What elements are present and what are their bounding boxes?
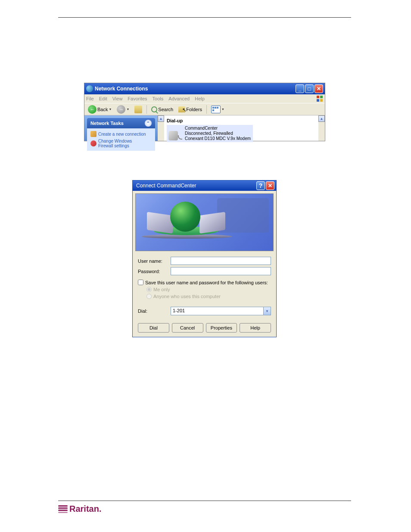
connection-device: Conexant D110 MDC V.9x Modem [185,136,251,141]
modem-icon [168,127,182,140]
task-pane-title: Network Tasks [90,121,124,126]
menu-edit[interactable]: Edit [99,96,107,101]
back-button[interactable]: ←Back▼ [86,105,113,114]
connect-dialog: Connect CommandCenter ? ✕ User name: Pas… [132,180,277,337]
windows-flag-icon [316,95,323,102]
raritan-logo: Raritan. [58,504,101,514]
scroll-up-button[interactable]: ▲ [158,115,164,122]
search-button[interactable]: Search [149,105,175,114]
menu-help[interactable]: Help [195,96,205,101]
dialog-title: Connect CommandCenter [134,183,255,189]
content-pane: Dial-up CommandCenter Disconnected, Fire… [164,115,318,141]
task-item-label: Firewall settings [98,143,132,148]
dial-label: Dial: [138,308,171,314]
connection-name: CommandCenter [185,126,251,131]
menu-view[interactable]: View [112,96,123,101]
separator [146,105,147,114]
menu-file[interactable]: File [86,96,94,101]
sidebar-scrollbar[interactable]: ▲ [158,115,164,141]
thumbnails-icon [211,106,221,113]
username-label: User name: [138,258,171,264]
task-pane-body: Create a new connection Change WindowsFi… [87,128,155,151]
window-body: Network Tasks⌃ Create a new connection C… [84,115,325,141]
search-label: Search [158,107,173,112]
search-icon [151,106,157,112]
dialog-titlebar: Connect CommandCenter ? ✕ [133,180,276,191]
folders-icon [178,106,185,112]
close-button[interactable]: ✕ [314,84,323,93]
raritan-logo-icon [58,505,68,513]
connection-status: Disconnected, Firewalled [185,131,251,136]
save-credentials-label: Save this user name and password for the… [145,280,268,285]
chevron-up-icon: ⌃ [145,120,152,127]
network-connections-window: Network Connections _ □ ✕ File Edit View… [84,83,325,141]
svg-rect-3 [320,99,323,102]
toolbar: ←Back▼ →▼ Search Folders ▼ [84,103,325,115]
up-button[interactable] [133,105,144,114]
task-item-label: Change Windows [98,139,132,143]
dialog-form: User name: Password: Save this user name… [133,254,276,337]
properties-button[interactable]: Properties [206,323,237,333]
forward-icon: → [117,105,125,114]
content-scrollbar[interactable]: ▲ [318,115,325,141]
app-icon [86,85,93,92]
view-button[interactable]: ▼ [209,105,226,114]
task-item-label: Create a new connection [98,132,146,137]
menu-favorites[interactable]: Favorites [128,96,147,101]
back-icon: ← [88,105,97,114]
task-pane-header[interactable]: Network Tasks⌃ [87,118,155,128]
me-only-label: Me only [153,287,170,292]
menu-tools[interactable]: Tools [153,96,164,101]
folders-label: Folders [186,107,202,112]
task-pane: Network Tasks⌃ Create a new connection C… [84,115,158,141]
close-button[interactable]: ✕ [266,181,274,190]
forward-button[interactable]: →▼ [115,105,131,114]
help-button[interactable]: ? [256,181,265,190]
change-firewall-link[interactable]: Change WindowsFirewall settings [90,138,152,149]
dial-combobox[interactable]: 1-201 ▼ [171,307,271,315]
help-button[interactable]: Help [240,323,271,333]
raritan-logo-text: Raritan. [69,504,101,514]
svg-rect-2 [317,99,319,102]
anyone-radio [146,294,152,299]
folder-up-icon [134,106,142,113]
wizard-icon [90,131,97,137]
svg-rect-1 [320,96,323,98]
rule-bottom [58,501,351,501]
menubar: File Edit View Favorites Tools Advanced … [84,94,325,103]
svg-rect-0 [317,96,319,98]
back-label: Back [97,107,108,112]
minimize-button[interactable]: _ [296,84,304,93]
menu-advanced[interactable]: Advanced [168,96,190,101]
shield-icon [90,140,97,146]
cancel-button[interactable]: Cancel [172,323,203,333]
titlebar: Network Connections _ □ ✕ [84,83,325,94]
scroll-up-button[interactable]: ▲ [318,115,325,122]
create-connection-link[interactable]: Create a new connection [90,130,152,138]
me-only-radio [146,287,152,292]
chevron-down-icon[interactable]: ▼ [263,307,271,315]
save-credentials-checkbox[interactable] [138,280,143,285]
maximize-button[interactable]: □ [305,84,314,93]
window-title: Network Connections [95,86,296,92]
rule-top [58,17,351,18]
password-label: Password: [138,269,171,274]
username-input[interactable] [171,257,271,265]
dial-value: 1-201 [171,307,263,315]
folders-button[interactable]: Folders [177,105,204,114]
anyone-label: Anyone who uses this computer [153,294,221,299]
banner-image [135,193,274,251]
separator [206,105,207,114]
password-input[interactable] [171,267,271,275]
category-heading: Dial-up [167,117,316,124]
connection-item[interactable]: CommandCenter Disconnected, Firewalled C… [167,125,253,142]
dial-button[interactable]: Dial [138,323,169,333]
